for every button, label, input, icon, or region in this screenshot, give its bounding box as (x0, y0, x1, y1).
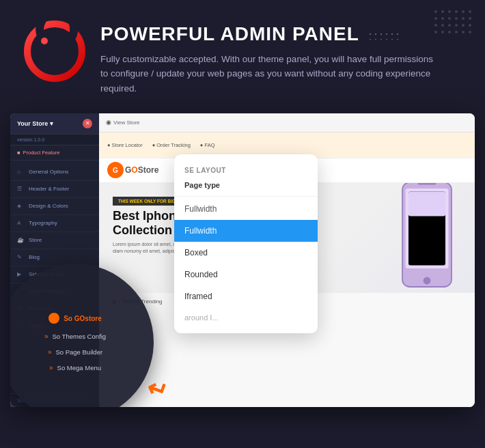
sidebar-item-label: General Options (29, 169, 68, 175)
gostore-icon (48, 313, 59, 324)
dropdown-item-fullwidth-1[interactable]: Fullwidth (174, 198, 318, 220)
sidebar-item-typography[interactable]: A Typography (10, 215, 99, 232)
layout-icon: ☰ (17, 186, 24, 193)
sidebar-item-blog[interactable]: ✎ Blog (10, 249, 99, 266)
dropdown-item-boxed[interactable]: Boxed (174, 242, 318, 264)
hero-phone-graphic (386, 183, 468, 292)
sidebar-item-label: Blog (29, 254, 40, 260)
svg-rect-7 (408, 191, 445, 216)
store-logo-icon: G (107, 162, 124, 178)
admin-topbar: ◉ View Store (99, 113, 475, 132)
svg-point-1 (41, 38, 48, 44)
header-description: Fully customizable accepted. With our th… (100, 52, 435, 96)
sidebar-item-header[interactable]: ☰ Header & Footer (10, 181, 99, 198)
sidebar-item-general[interactable]: ⌂ General Options (10, 164, 99, 181)
dropdown-header: SE LAYOUT (174, 160, 318, 178)
store-logo-text: GOStore (125, 165, 158, 175)
dropdown-item-around[interactable]: around I... (174, 307, 318, 328)
page-title: POWERFUL ADMIN PANEL (100, 24, 461, 45)
dot-decoration-top-right (434, 10, 471, 33)
faq-link[interactable]: ● FAQ (200, 142, 215, 148)
circle-menu-title: So GOstore (40, 309, 110, 328)
circle-menu-item-builder[interactable]: So Page Builder (38, 345, 112, 359)
svg-point-5 (424, 277, 431, 284)
dropdown-item-rounded[interactable]: Rounded (174, 264, 318, 285)
sidebar-close-button[interactable]: ✕ (83, 119, 92, 128)
circle-menu-item-themes[interactable]: So Themes Config (35, 329, 115, 344)
sidebar-item-label: Typography (29, 220, 57, 226)
sidebar-item-label: Design & Colors (29, 203, 68, 209)
sidebar-version: version 1.0.0 (10, 135, 99, 145)
blog-icon: ✎ (17, 254, 24, 261)
logo (24, 20, 85, 82)
store-logo: G GOStore (107, 162, 158, 178)
order-tracking-link[interactable]: ● Order Tracking (152, 142, 191, 148)
store-locator-link[interactable]: ● Store Locator (107, 142, 143, 148)
page-layout-dropdown: SE LAYOUT Page type Fullwidth Fullwidth … (174, 154, 318, 333)
sidebar-product-feature: ■ Product Feature (10, 145, 99, 160)
title-text: POWERFUL ADMIN PANEL (100, 23, 359, 44)
header-text: POWERFUL ADMIN PANEL Fully customizable … (100, 20, 461, 96)
screenshot-area: Your Store ▾ ✕ version 1.0.0 ■ Product F… (10, 113, 475, 407)
dropdown-item-fullwidth-2[interactable]: Fullwidth (174, 220, 318, 242)
sidebar-header: Your Store ▾ ✕ (10, 113, 99, 135)
house-icon: ⌂ (17, 169, 24, 176)
typography-icon: A (17, 220, 24, 227)
social-icon: ▶ (17, 271, 24, 278)
sidebar-item-label: Header & Footer (29, 186, 69, 192)
title-dots (368, 31, 402, 40)
palette-icon: ◈ (17, 203, 24, 210)
view-store-link[interactable]: ◉ View Store (106, 119, 140, 126)
dropdown-page-type-label: Page type (174, 178, 318, 195)
store-icon: ☕ (17, 237, 24, 244)
sidebar-item-label: Store (29, 237, 42, 243)
sidebar-item-store[interactable]: ☕ Store (10, 232, 99, 249)
store-icon-small: ◉ (106, 119, 111, 126)
svg-rect-4 (418, 183, 436, 185)
page-background: POWERFUL ADMIN PANEL Fully customizable … (0, 0, 485, 448)
sidebar-item-design[interactable]: ◈ Design & Colors (10, 198, 99, 215)
header-section: POWERFUL ADMIN PANEL Fully customizable … (0, 0, 485, 113)
dropdown-item-iframed[interactable]: Iframed (174, 285, 318, 307)
dropdown-divider-1 (174, 196, 318, 197)
sidebar-store-name: Your Store ▾ (17, 120, 53, 127)
circle-menu-item-mega[interactable]: So Mega Menu (40, 361, 111, 375)
